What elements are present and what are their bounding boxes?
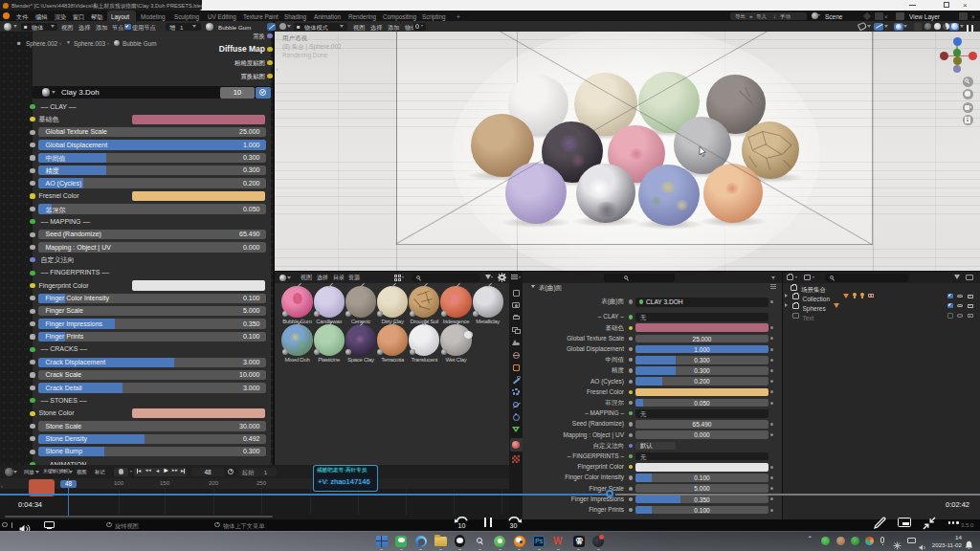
svg-text:30: 30: [510, 522, 518, 529]
svg-text:10: 10: [458, 522, 466, 529]
